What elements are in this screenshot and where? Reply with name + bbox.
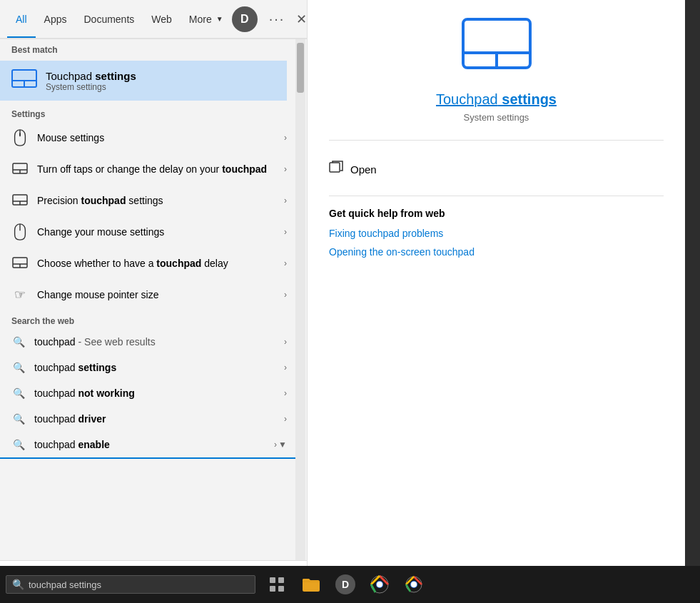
chevron-right-web-1: › (284, 337, 287, 347)
search-web-icon-2: 🔍 (11, 362, 26, 373)
search-web-icon-3: 🔍 (11, 387, 26, 399)
best-match-text: Touchpad settings System settings (46, 70, 136, 92)
web-item-3-text: touchpad not working (34, 387, 275, 399)
settings-item-pointer-size[interactable]: ☞ Change mouse pointer size › (0, 279, 297, 310)
file-explorer-icon (302, 577, 320, 592)
settings-item-precision[interactable]: Precision touchpad settings › (0, 185, 297, 216)
app-icon-container (329, 17, 664, 80)
taskbar-app-grid[interactable] (261, 569, 293, 600)
taskbar: 🔍 D (0, 566, 700, 603)
settings-section-label: Settings (0, 103, 297, 122)
tab-apps[interactable]: Apps (36, 0, 76, 38)
tabs-right: D ··· ✕ (232, 6, 308, 32)
app-title[interactable]: Touchpad settings (329, 91, 664, 108)
chevron-right-web-5: › (274, 440, 277, 450)
taskbar-app-user[interactable]: D (330, 569, 361, 600)
help-link-2[interactable]: Opening the on-screen touchpad (329, 246, 664, 258)
settings-item-change-mouse[interactable]: Change your mouse settings › (0, 216, 297, 248)
search-web-icon-4: 🔍 (11, 413, 26, 425)
chevron-right-icon-4: › (284, 227, 287, 237)
web-item-4[interactable]: 🔍 touchpad driver › (0, 406, 297, 432)
more-options-button[interactable]: ··· (269, 11, 285, 27)
right-edge (685, 0, 700, 603)
settings-item-mouse-text: Mouse settings (37, 131, 275, 144)
chevron-down-icon: ▼ (216, 15, 223, 23)
tab-web[interactable]: Web (143, 0, 181, 38)
expand-icon[interactable]: ▼ (278, 440, 287, 450)
search-web-icon-5: 🔍 (11, 439, 26, 450)
close-button[interactable]: ✕ (296, 11, 307, 27)
touchpad-icon (11, 68, 37, 93)
chevron-right-icon-2: › (284, 164, 287, 174)
settings-item-taps-text: Turn off taps or change the delay on you… (37, 163, 275, 176)
pointer-size-icon: ☞ (11, 286, 29, 303)
settings-item-delay[interactable]: Choose whether to have a touchpad delay … (0, 248, 297, 279)
tab-all[interactable]: All (7, 0, 36, 38)
web-item-2-text: touchpad settings (34, 362, 275, 373)
settings-item-precision-text: Precision touchpad settings (37, 194, 275, 207)
search-container: All Apps Documents Web More ▼ D ··· ✕ (0, 0, 700, 603)
settings-item-taps[interactable]: Turn off taps or change the delay on you… (0, 153, 297, 185)
web-item-5-text: touchpad enable (34, 439, 265, 450)
scroll-thumb[interactable] (297, 43, 304, 93)
task-view-icon (269, 577, 285, 592)
web-item-4-text: touchpad driver (34, 413, 275, 425)
web-item-1-text: touchpad - See web results (34, 336, 275, 348)
svg-rect-20 (270, 586, 275, 592)
chevron-right-icon-5: › (284, 258, 287, 268)
chrome-icon (370, 575, 389, 594)
settings-item-mouse[interactable]: Mouse settings › (0, 122, 297, 153)
divider-2 (329, 196, 664, 196)
settings-item-delay-text: Choose whether to have a touchpad delay (37, 257, 275, 270)
touchpad-delay-icon (11, 255, 29, 272)
right-panel: Touchpad settings System settings Open G… (307, 0, 685, 603)
svg-point-27 (411, 582, 417, 587)
tabs-bar: All Apps Documents Web More ▼ D ··· ✕ (0, 0, 307, 39)
chevron-right-icon-6: › (284, 290, 287, 300)
open-icon (329, 161, 343, 178)
left-panel: All Apps Documents Web More ▼ D ··· ✕ (0, 0, 307, 603)
search-web-icon-1: 🔍 (11, 336, 26, 348)
taskbar-search-input[interactable] (29, 579, 193, 590)
open-label: Open (350, 163, 377, 176)
svg-rect-21 (278, 586, 284, 592)
web-item-3[interactable]: 🔍 touchpad not working › (0, 380, 297, 406)
settings-item-change-mouse-text: Change your mouse settings (37, 226, 275, 238)
svg-rect-18 (270, 577, 275, 583)
mouse-change-icon (11, 223, 29, 240)
app-subtitle: System settings (329, 112, 664, 123)
tab-documents[interactable]: Documents (75, 0, 143, 38)
open-button[interactable]: Open (329, 155, 664, 184)
svg-point-24 (377, 582, 382, 587)
help-link-1[interactable]: Fixing touchpad problems (329, 228, 664, 239)
chevron-right-web-4: › (284, 414, 287, 424)
touchpad-small-icon (11, 161, 29, 178)
web-item-2[interactable]: 🔍 touchpad settings › (0, 355, 297, 380)
chevron-right-web-3: › (284, 388, 287, 398)
help-title: Get quick help from web (329, 208, 664, 219)
divider-1 (329, 140, 664, 141)
tab-more[interactable]: More ▼ (181, 0, 232, 38)
mouse-icon (11, 129, 29, 146)
taskbar-app-files[interactable] (295, 569, 327, 600)
web-section-label: Search the web (0, 310, 297, 329)
user-avatar[interactable]: D (232, 6, 258, 32)
scrollbar[interactable] (295, 39, 305, 560)
web-item-5[interactable]: 🔍 touchpad enable › ▼ (0, 432, 297, 459)
taskbar-search-bar[interactable]: 🔍 (6, 575, 255, 594)
best-match-label: Best match (0, 39, 297, 58)
svg-rect-17 (330, 163, 340, 172)
taskbar-app-chrome[interactable] (364, 569, 395, 600)
app-touchpad-icon (461, 17, 532, 80)
best-match-item[interactable]: Touchpad settings System settings (0, 61, 287, 101)
taskbar-search-icon: 🔍 (12, 579, 24, 590)
chevron-right-icon-3: › (284, 196, 287, 206)
settings-item-pointer-size-text: Change mouse pointer size (37, 288, 275, 301)
chevron-right-icon: › (284, 133, 287, 143)
results-list: Best match Touchpad settings (0, 39, 307, 560)
svg-rect-19 (278, 577, 284, 583)
web-item-1[interactable]: 🔍 touchpad - See web results › (0, 329, 297, 355)
taskbar-app-chrome-2[interactable] (398, 569, 430, 600)
touchpad-precision-icon (11, 192, 29, 209)
chevron-right-web-2: › (284, 363, 287, 373)
